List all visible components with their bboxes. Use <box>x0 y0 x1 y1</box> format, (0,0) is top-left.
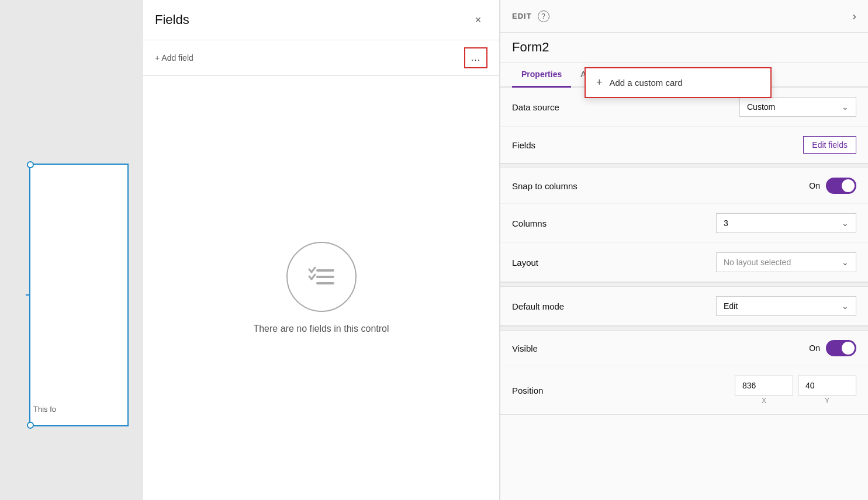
visible-row: Visible On <box>500 331 868 366</box>
default-mode-chevron-icon: ⌄ <box>842 301 849 311</box>
handle-top-left[interactable] <box>27 161 34 168</box>
help-question-mark: ? <box>541 12 545 20</box>
position-y-label: Y <box>798 397 856 405</box>
panel-header-left: EDIT ? <box>512 11 549 22</box>
layout-label: Layout <box>512 258 538 268</box>
snap-to-columns-label: Snap to columns <box>512 181 577 191</box>
position-row: Position X Y <box>500 366 868 414</box>
empty-state-icon <box>286 242 357 312</box>
dropdown-menu: + Add a custom card <box>585 67 772 98</box>
panel-header: EDIT ? › <box>500 0 868 33</box>
columns-value: 3 <box>724 218 728 228</box>
visible-toggle[interactable] <box>826 340 856 356</box>
fields-header: Fields × <box>143 0 499 40</box>
snap-to-columns-row: Snap to columns On <box>500 168 868 204</box>
columns-label: Columns <box>512 218 547 228</box>
add-field-button[interactable]: + Add field <box>155 53 193 62</box>
close-button[interactable]: × <box>469 11 487 29</box>
position-inputs: X Y <box>735 376 856 405</box>
position-x-label: X <box>735 397 793 405</box>
default-mode-value: Edit <box>724 301 738 311</box>
data-source-section: Data source Custom ⌄ Fields Edit fields <box>500 88 868 164</box>
data-source-chevron-icon: ⌄ <box>842 102 849 112</box>
chevron-right-icon[interactable]: › <box>852 9 856 23</box>
tab-properties[interactable]: Properties <box>512 62 571 88</box>
layout-chevron-icon: ⌄ <box>842 258 849 267</box>
visibility-section: Visible On Position X Y <box>500 331 868 415</box>
columns-chevron-icon: ⌄ <box>842 218 849 228</box>
snap-to-columns-toggle[interactable] <box>826 178 856 194</box>
help-icon[interactable]: ? <box>538 11 549 22</box>
more-dots-icon: ... <box>471 53 480 63</box>
section-divider-3 <box>500 326 868 331</box>
data-source-value: Custom <box>747 102 775 112</box>
data-source-select[interactable]: Custom ⌄ <box>739 97 856 117</box>
handle-bottom-left[interactable] <box>27 422 34 429</box>
fields-row: Fields Edit fields <box>500 127 868 163</box>
layout-select[interactable]: No layout selected ⌄ <box>716 252 856 272</box>
position-x-group: X <box>735 376 793 405</box>
default-mode-row: Default mode Edit ⌄ <box>500 287 868 325</box>
edit-fields-button[interactable]: Edit fields <box>803 136 856 154</box>
fields-label: Fields <box>512 140 535 150</box>
add-custom-card-label: Add a custom card <box>610 78 683 88</box>
mode-section: Default mode Edit ⌄ <box>500 287 868 326</box>
canvas-form-text: This fo <box>33 405 56 414</box>
default-mode-label: Default mode <box>512 301 564 311</box>
visible-label: Visible <box>512 343 538 353</box>
edit-label: EDIT <box>512 12 532 20</box>
section-divider-1 <box>500 164 868 168</box>
canvas-form: This fo <box>29 164 129 426</box>
empty-state: There are no fields in this control <box>143 76 499 500</box>
visible-toggle-container: On <box>809 340 856 356</box>
snap-to-columns-on-label: On <box>809 181 820 190</box>
data-source-label: Data source <box>512 102 559 112</box>
position-x-input[interactable] <box>735 376 793 395</box>
fields-toolbar: + Add field ... <box>143 40 499 76</box>
default-mode-select[interactable]: Edit ⌄ <box>716 296 856 316</box>
empty-state-text: There are no fields in this control <box>253 324 389 334</box>
visible-on-label: On <box>809 343 820 353</box>
section-divider-2 <box>500 282 868 287</box>
layout-section: Snap to columns On Columns 3 ⌄ Layout No… <box>500 168 868 282</box>
canvas-area: This fo <box>0 0 143 500</box>
snap-to-columns-toggle-container: On <box>809 178 856 194</box>
columns-select[interactable]: 3 ⌄ <box>716 213 856 233</box>
columns-row: Columns 3 ⌄ <box>500 204 868 243</box>
position-label: Position <box>512 386 543 395</box>
more-options-button[interactable]: ... <box>464 47 487 68</box>
form-name: Form2 <box>500 33 868 62</box>
fields-panel: Fields × + Add field ... + Add a custom … <box>143 0 500 500</box>
layout-row: Layout No layout selected ⌄ <box>500 243 868 282</box>
plus-icon: + <box>596 77 603 89</box>
add-custom-card-item[interactable]: + Add a custom card <box>586 68 770 97</box>
handle-mid-left[interactable] <box>26 294 30 296</box>
position-y-input[interactable] <box>798 376 856 395</box>
layout-value: No layout selected <box>724 258 791 267</box>
fields-title: Fields <box>155 12 189 27</box>
position-y-group: Y <box>798 376 856 405</box>
